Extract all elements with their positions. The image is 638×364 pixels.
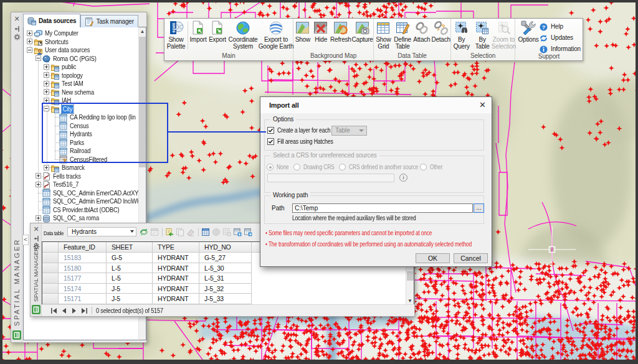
row-header[interactable]: [42, 294, 59, 304]
grid-cell[interactable]: L-5_30: [199, 263, 252, 274]
tree-item-test516-7[interactable]: Test516_7: [24, 180, 138, 189]
grid-cell[interactable]: J-5: [107, 294, 153, 304]
crs-radio-drawing[interactable]: Drawing CRS: [293, 164, 340, 170]
column-header-hyd_no[interactable]: HYD_NO: [199, 242, 252, 253]
tree-item-bismarck[interactable]: Bismarck: [24, 164, 138, 172]
radio-icon[interactable]: [420, 164, 427, 170]
tree-item-cs-provider-tblact-odbc[interactable]: CS Provider.tblAct (ODBC): [24, 205, 138, 214]
tree-item-label[interactable]: Bismarck: [62, 164, 85, 172]
grid-cell[interactable]: L-5: [107, 263, 153, 274]
tree-item-shortcuts[interactable]: Shortcuts: [24, 37, 138, 46]
grid-cell[interactable]: HYDRANT: [153, 253, 199, 263]
column-header-sheet[interactable]: SHEET: [107, 242, 153, 253]
grid-cell[interactable]: J-5: [107, 284, 153, 294]
expand-icon[interactable]: [27, 39, 32, 44]
grid-cell[interactable]: HYDRANT: [153, 263, 199, 274]
collapse-icon[interactable]: [27, 47, 32, 53]
expand-icon[interactable]: [27, 30, 32, 36]
tree-item-label[interactable]: SQL_OC_Admin EmerCAD.ActXY (O: [53, 189, 138, 197]
crs-radio-other[interactable]: Other: [420, 164, 445, 170]
tree-item-label[interactable]: Fells tracks: [53, 172, 81, 180]
layer-type-combobox[interactable]: Table: [331, 126, 367, 136]
grid-cell[interactable]: 15180: [59, 263, 107, 274]
fill-hatches-checkbox[interactable]: Fill areas using Hatches: [267, 138, 341, 145]
copy-rows-button[interactable]: [176, 228, 184, 236]
updates-button[interactable]: Updates: [540, 34, 581, 41]
grid-cell[interactable]: 15171: [59, 294, 107, 304]
tree-item-label[interactable]: topology: [62, 72, 83, 80]
radio-icon[interactable]: [339, 164, 346, 170]
tree-item-test-iam[interactable]: Test IAM: [24, 80, 138, 88]
expand-icon[interactable]: [44, 89, 49, 95]
tree-item-label[interactable]: Shortcuts: [45, 38, 69, 46]
form-view-button[interactable]: [150, 228, 159, 236]
row-header[interactable]: [42, 284, 59, 294]
tree-item-sql-oc-sa-roma[interactable]: SQL_OC_sa roma: [24, 214, 138, 223]
path-input[interactable]: C:\Temp: [292, 203, 473, 213]
grid-add-button[interactable]: [233, 228, 242, 236]
tree-item-label[interactable]: Test IAM: [62, 80, 83, 88]
tree-item-label[interactable]: My Computer: [45, 29, 79, 37]
tree-item-label[interactable]: SQL_OC_Admin EmerCAD InciWKB: [53, 197, 138, 205]
erase-rows-button[interactable]: [186, 228, 195, 236]
define-table-button[interactable]: DefineTable: [393, 20, 412, 50]
last-record-icon[interactable]: [80, 307, 88, 314]
grid-box-button[interactable]: [222, 228, 231, 236]
grid-export-button[interactable]: [244, 228, 252, 236]
attach-button[interactable]: Attach: [412, 20, 432, 43]
expand-icon[interactable]: [44, 165, 49, 170]
show-grid-button[interactable]: ShowGrid: [374, 20, 393, 50]
help-button[interactable]: ?Help: [540, 22, 581, 30]
tree-item-sql-oc-admin-emercad-actxy-o[interactable]: SQL_OC_Admin EmerCAD.ActXY (O: [24, 189, 138, 197]
row-header[interactable]: [42, 273, 59, 284]
info-icon[interactable]: i: [399, 174, 407, 182]
tree-item-label[interactable]: Test516_7: [53, 180, 79, 189]
bgmap-hide-button[interactable]: Hide: [312, 20, 330, 43]
refresh-table-button[interactable]: [140, 228, 148, 236]
cancel-button[interactable]: Cancel: [454, 253, 488, 263]
import-button[interactable]: Import: [188, 20, 208, 43]
select-by-query-button[interactable]: ByQuery: [451, 20, 472, 50]
first-record-icon[interactable]: [50, 307, 58, 314]
bgmap-refresh-button[interactable]: Refresh: [330, 20, 352, 43]
expand-icon[interactable]: [44, 81, 49, 86]
grid-cell[interactable]: 15177: [59, 273, 107, 284]
export-google-earth-button[interactable]: Export toGoogle Earth: [259, 20, 293, 50]
tree-item-new-schema[interactable]: New schema: [24, 88, 138, 96]
tree-item-label[interactable]: New schema: [62, 88, 94, 96]
spatial-view-button[interactable]: [212, 228, 221, 236]
tab-task-manager[interactable]: Task manager: [80, 15, 138, 27]
grid-cell[interactable]: HYDRANT: [153, 273, 199, 284]
grid-cell[interactable]: J-5_32: [199, 284, 252, 294]
options-button[interactable]: Options: [517, 20, 540, 43]
tree-item-user-data-sources[interactable]: User data sources: [24, 46, 138, 55]
grid-cell[interactable]: G-5: [107, 253, 153, 263]
checkbox-checked-icon[interactable]: [267, 138, 274, 145]
tree-item-sql-oc-admin-emercad-inciwkb[interactable]: SQL_OC_Admin EmerCAD InciWKB: [24, 197, 138, 206]
grid-cell[interactable]: L-5_31: [199, 273, 252, 284]
scrollbar-thumb[interactable]: [407, 271, 414, 281]
crs-input-disabled[interactable]: [267, 174, 394, 182]
tree-item-my-computer[interactable]: My Computer: [24, 29, 138, 38]
import-rows-button[interactable]: [165, 228, 174, 236]
tree-item-topology[interactable]: topology: [24, 71, 138, 80]
gear-icon[interactable]: [11, 32, 22, 43]
expand-icon[interactable]: [44, 72, 49, 78]
tree-item-label[interactable]: SQL_OC_sa roma: [53, 214, 99, 222]
close-icon[interactable]: ✕: [31, 225, 42, 233]
select-by-table-button[interactable]: ByTable: [472, 20, 493, 50]
tree-item-label[interactable]: User data sources: [45, 46, 90, 54]
bgmap-capture-button[interactable]: Capture: [351, 20, 373, 43]
bgmap-show-button[interactable]: Show: [293, 20, 312, 43]
dialog-titlebar[interactable]: Import all ✕: [260, 97, 492, 113]
export-button[interactable]: Export: [208, 20, 227, 43]
tree-item-label[interactable]: CS Provider.tblAct (ODBC): [53, 206, 119, 214]
close-icon[interactable]: ✕: [478, 100, 487, 110]
grid-view-button[interactable]: [201, 228, 210, 236]
table-select-combobox[interactable]: Hydrants: [67, 227, 136, 236]
tree-item-label[interactable]: public: [62, 63, 76, 71]
grid-cell[interactable]: HYDRANT: [153, 284, 199, 294]
next-record-icon[interactable]: [70, 307, 78, 314]
show-palette-button[interactable]: spmShowPalette: [164, 20, 188, 50]
detach-button[interactable]: Detach: [431, 20, 450, 43]
